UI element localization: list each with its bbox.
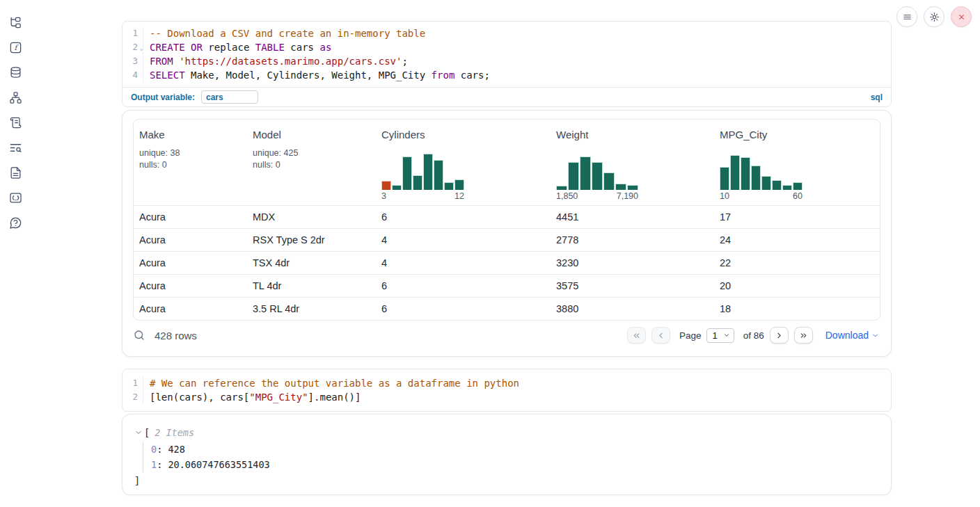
histogram-range-labels: 3 12 bbox=[381, 191, 464, 203]
table-row: Acura3.5 RL 4dr6388018 bbox=[134, 297, 880, 320]
gutter: 2⌄ bbox=[122, 40, 143, 54]
output-variable-input[interactable] bbox=[201, 90, 258, 104]
column-stats: unique: 425 nulls: 0 bbox=[253, 147, 370, 171]
chevron-down-icon bbox=[871, 332, 879, 339]
item-index: 1 bbox=[151, 459, 157, 470]
search-icon[interactable] bbox=[133, 329, 145, 341]
table-cell: 24 bbox=[714, 234, 880, 246]
last-page-button[interactable] bbox=[794, 327, 813, 344]
code-editor[interactable]: 1 -- Download a CSV and create an in-mem… bbox=[122, 22, 891, 87]
table-cell: 3230 bbox=[551, 257, 714, 268]
list-output-tree: [ 2 Items 0: 428 1: 20.060747663551403 ] bbox=[122, 415, 891, 488]
sidebar-item-datasources[interactable] bbox=[8, 65, 22, 79]
settings-gear-icon bbox=[929, 12, 940, 22]
chevrons-right-icon bbox=[799, 331, 808, 340]
pagination: Page 1 of 86 Download bbox=[627, 327, 879, 344]
svg-text:f: f bbox=[14, 43, 19, 51]
table-row: AcuraTSX 4dr4323022 bbox=[134, 251, 880, 274]
table-cell: 6 bbox=[376, 211, 551, 223]
histogram-bar bbox=[413, 175, 422, 190]
dependency-graph-icon bbox=[9, 91, 22, 104]
settings-button[interactable] bbox=[924, 6, 945, 27]
column-header-model[interactable]: Model unique: 425 nulls: 0 bbox=[247, 120, 376, 205]
column-header-cylinders[interactable]: Cylinders 3 12 bbox=[376, 120, 551, 205]
histogram-bar bbox=[580, 156, 591, 190]
chevron-down-icon bbox=[723, 332, 730, 339]
sidebar-item-functions[interactable]: f bbox=[8, 40, 22, 54]
nulls-stat: nulls: 0 bbox=[253, 159, 370, 171]
sidebar-item-documentation[interactable] bbox=[8, 166, 22, 179]
table-row: AcuraTL 4dr6357520 bbox=[134, 274, 880, 297]
logs-search-icon bbox=[9, 141, 22, 154]
shutdown-button[interactable] bbox=[951, 6, 972, 27]
histogram-bar bbox=[381, 181, 391, 190]
table-cell: 2778 bbox=[551, 234, 714, 246]
previous-page-button[interactable] bbox=[651, 327, 670, 344]
sidebar-item-snippets[interactable] bbox=[8, 191, 22, 204]
column-label: Weight bbox=[556, 129, 709, 140]
sql-cell-editor[interactable]: 1 -- Download a CSV and create an in-mem… bbox=[122, 21, 892, 107]
table-cell: 22 bbox=[714, 257, 880, 268]
line-number: 1 bbox=[122, 26, 138, 40]
column-header-make[interactable]: Make unique: 38 nulls: 0 bbox=[134, 120, 247, 205]
close-bracket: ] bbox=[134, 474, 878, 488]
histogram-bar bbox=[455, 179, 464, 190]
download-label: Download bbox=[825, 330, 869, 341]
chevron-down-icon[interactable] bbox=[134, 428, 143, 437]
sidebar-item-scratchpad[interactable] bbox=[8, 115, 22, 129]
output-variable-row: Output variable: sql bbox=[122, 87, 891, 106]
sidebar-item-help[interactable] bbox=[8, 216, 22, 230]
sidebar-item-file-tree[interactable] bbox=[8, 15, 22, 29]
table-cell: 6 bbox=[376, 303, 551, 314]
row-count: 428 rows bbox=[155, 330, 197, 341]
snippets-icon bbox=[9, 191, 22, 204]
menu-button[interactable] bbox=[896, 6, 917, 27]
column-header-mpg-city[interactable]: MPG_City 10 60 bbox=[714, 120, 880, 205]
histogram-bar bbox=[761, 176, 771, 190]
footer-left: 428 rows bbox=[133, 329, 197, 341]
python-cell-output: [ 2 Items 0: 428 1: 20.060747663551403 ] bbox=[122, 414, 892, 495]
tree-entries: 0: 428 1: 20.060747663551403 bbox=[143, 442, 878, 472]
histogram-bar bbox=[434, 160, 443, 190]
tree-root-line[interactable]: [ 2 Items bbox=[134, 426, 878, 440]
table-header: Make unique: 38 nulls: 0 Model unique: 4… bbox=[134, 120, 880, 205]
page-select-value: 1 bbox=[712, 330, 717, 341]
gutter: 1 bbox=[122, 26, 143, 40]
hist-max-label: 7,190 bbox=[617, 191, 638, 203]
page-select[interactable]: 1 bbox=[706, 328, 734, 343]
gutter: 2 bbox=[122, 390, 143, 404]
unique-stat: unique: 425 bbox=[253, 147, 370, 159]
help-icon bbox=[9, 216, 22, 230]
code-editor[interactable]: 1 # We can reference the output variable… bbox=[122, 369, 891, 411]
item-separator: : bbox=[157, 444, 168, 455]
line-number: 3 bbox=[122, 54, 138, 68]
code-text: [len(cars), cars["MPG_City"].mean()] bbox=[143, 390, 361, 404]
table-cell: TL 4dr bbox=[247, 280, 376, 291]
item-value: 20.060747663551403 bbox=[168, 459, 269, 470]
line-number: 2 bbox=[122, 390, 138, 404]
histogram-bar bbox=[423, 154, 433, 190]
shutdown-x-icon bbox=[956, 12, 967, 22]
fold-chevron-icon[interactable]: ⌄ bbox=[140, 41, 143, 55]
next-page-button[interactable] bbox=[770, 327, 789, 344]
table-cell: Acura bbox=[134, 234, 247, 246]
sidebar-item-dependency-graph[interactable] bbox=[8, 90, 22, 104]
item-index: 0 bbox=[151, 444, 157, 455]
function-icon: f bbox=[9, 41, 22, 54]
histogram-bars bbox=[556, 151, 638, 190]
unique-stat: unique: 38 bbox=[139, 147, 242, 159]
table-cell: RSX Type S 2dr bbox=[247, 234, 376, 246]
code-text: CREATE OR replace TABLE cars as bbox=[143, 40, 331, 54]
column-label: Make bbox=[139, 129, 242, 140]
language-badge: sql bbox=[871, 92, 883, 102]
sidebar-item-logs[interactable] bbox=[8, 140, 22, 154]
download-button[interactable]: Download bbox=[825, 330, 879, 341]
column-histogram: 1,850 7,190 bbox=[556, 151, 638, 203]
table-cell: TSX 4dr bbox=[247, 257, 376, 268]
python-cell-editor[interactable]: 1 # We can reference the output variable… bbox=[122, 369, 892, 412]
first-page-button[interactable] bbox=[627, 327, 646, 344]
gutter: 3 bbox=[122, 54, 143, 68]
column-label: Cylinders bbox=[381, 129, 545, 140]
column-header-weight[interactable]: Weight 1,850 7,190 bbox=[551, 120, 714, 205]
histogram-bar bbox=[741, 157, 750, 190]
